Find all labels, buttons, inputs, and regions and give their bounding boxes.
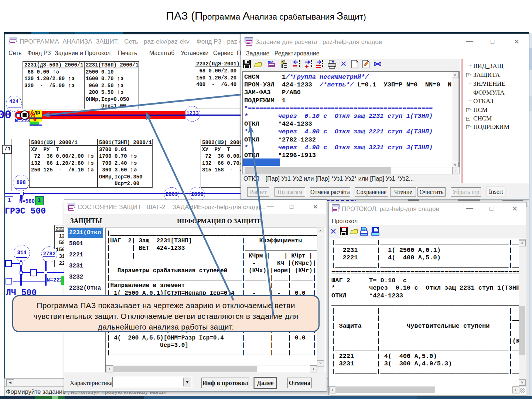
svg-text:✕: ✕ — [330, 227, 337, 236]
svg-text:✕: ✕ — [340, 59, 347, 68]
svg-text:Пр: Пр — [362, 228, 365, 231]
